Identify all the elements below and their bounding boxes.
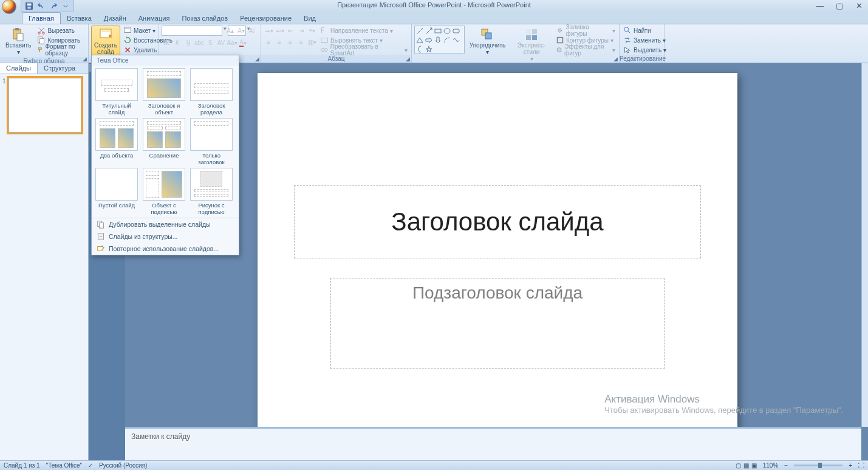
- layout-picture-caption[interactable]: Рисунок с подписью: [189, 168, 234, 215]
- maximize-button[interactable]: ▢: [833, 0, 846, 11]
- vertical-scrollbar[interactable]: [861, 63, 868, 427]
- increase-indent-button[interactable]: ⇥: [296, 26, 306, 35]
- bullets-button[interactable]: ≔▾: [264, 26, 273, 35]
- paragraph-dialog-launcher[interactable]: ◢: [406, 56, 410, 62]
- slide-canvas[interactable]: Заголовок слайда Подзаголовок слайда: [258, 73, 737, 427]
- layout-title-slide[interactable]: Титульный слайд: [94, 68, 139, 116]
- cut-button[interactable]: Вырезать: [36, 26, 86, 35]
- bold-button[interactable]: Ж: [162, 38, 171, 47]
- text-direction-button[interactable]: Направление текста ▾: [319, 26, 409, 35]
- columns-button[interactable]: ▥▾: [307, 37, 317, 47]
- reset-icon: [123, 36, 132, 44]
- shape-rect-icon: [434, 27, 442, 35]
- layout-blank[interactable]: Пустой слайд: [94, 168, 139, 215]
- quick-styles-button[interactable]: Экспресс-стили▾: [510, 26, 553, 64]
- svg-rect-9: [40, 38, 44, 44]
- tab-home[interactable]: Главная: [22, 12, 61, 24]
- svg-point-19: [444, 29, 450, 33]
- grow-font-button[interactable]: A▴: [225, 26, 235, 35]
- line-spacing-button[interactable]: ≡▾: [307, 26, 317, 35]
- fit-window-button[interactable]: ⛶: [858, 462, 864, 469]
- tab-view[interactable]: Вид: [298, 13, 322, 24]
- align-center-button[interactable]: ≡: [275, 37, 284, 47]
- svg-rect-14: [125, 28, 131, 29]
- slides-from-outline-cmd[interactable]: Слайды из структуры...: [92, 230, 239, 243]
- svg-point-29: [624, 27, 629, 32]
- font-name-combo[interactable]: [162, 26, 222, 36]
- view-buttons: ▢ ▦ ▣: [736, 462, 757, 469]
- shape-effects-button[interactable]: Эффекты для фигур ▾: [555, 45, 617, 55]
- reuse-slides-cmd[interactable]: Повторное использование слайдов...: [92, 243, 239, 255]
- shape-right-arrow-icon: [425, 36, 432, 44]
- status-language[interactable]: Русский (Россия): [99, 462, 147, 469]
- qat-dropdown-icon[interactable]: [61, 2, 70, 10]
- align-left-button[interactable]: ≡: [264, 37, 273, 47]
- clear-format-button[interactable]: Aͨ: [247, 26, 257, 35]
- undo-icon[interactable]: [37, 2, 46, 10]
- layout-content-caption[interactable]: Объект с подписью: [142, 168, 186, 215]
- layout-section-header[interactable]: Заголовок раздела: [189, 68, 234, 116]
- italic-button[interactable]: К: [173, 38, 182, 47]
- convert-smartart-button[interactable]: Преобразовать в SmartArt ▾: [319, 45, 409, 55]
- zoom-level[interactable]: 110%: [763, 462, 779, 469]
- svg-rect-31: [99, 223, 103, 228]
- font-dialog-launcher[interactable]: ◢: [255, 56, 259, 62]
- shape-fill-button[interactable]: Заливка фигуры ▾: [555, 26, 617, 35]
- status-theme: "Тема Office": [46, 462, 82, 469]
- shape-brace-icon: [416, 46, 423, 53]
- slideshow-view-button[interactable]: ▣: [751, 462, 757, 469]
- shapes-gallery[interactable]: [414, 26, 465, 54]
- drawing-dialog-launcher[interactable]: ◢: [613, 56, 618, 62]
- slide-thumbnail-1[interactable]: [9, 78, 81, 133]
- close-button[interactable]: ✕: [852, 0, 866, 11]
- tab-animation[interactable]: Анимация: [132, 13, 176, 24]
- normal-view-button[interactable]: ▢: [736, 462, 741, 469]
- layout-two-content[interactable]: Два объекта: [94, 118, 139, 165]
- arrange-button[interactable]: Упорядочить▾: [466, 26, 509, 57]
- sorter-view-button[interactable]: ▦: [743, 462, 749, 469]
- tab-insert[interactable]: Вставка: [61, 13, 98, 24]
- notes-pane[interactable]: Заметки к слайду: [125, 427, 861, 460]
- zoom-in-button[interactable]: +: [849, 462, 852, 469]
- tab-slideshow[interactable]: Показ слайдов: [176, 13, 234, 24]
- tab-review[interactable]: Рецензирование: [234, 13, 298, 24]
- office-button[interactable]: [2, 0, 16, 14]
- zoom-out-button[interactable]: −: [784, 462, 788, 469]
- layout-title-only[interactable]: Только заголовок: [189, 118, 234, 165]
- strikethrough-button[interactable]: abc: [194, 38, 204, 47]
- title-placeholder[interactable]: Заголовок слайда: [294, 185, 701, 258]
- spellcheck-icon[interactable]: ✓: [88, 462, 93, 469]
- decrease-indent-button[interactable]: ⇤: [285, 26, 295, 35]
- find-icon: [623, 26, 632, 35]
- save-icon[interactable]: [25, 2, 33, 10]
- font-color-button[interactable]: A▾: [238, 38, 248, 47]
- select-button[interactable]: Выделить ▾: [622, 45, 668, 55]
- justify-button[interactable]: ≡: [296, 37, 306, 47]
- tab-outline[interactable]: Структура: [38, 63, 81, 74]
- minimize-button[interactable]: ―: [813, 0, 827, 11]
- find-button[interactable]: Найти: [622, 26, 668, 35]
- numbering-button[interactable]: ≕▾: [275, 26, 284, 35]
- subtitle-placeholder[interactable]: Подзаголовок слайда: [330, 278, 665, 369]
- layout-comparison[interactable]: Сравнение: [142, 118, 186, 165]
- layout-icon: [123, 26, 132, 35]
- layout-title-content[interactable]: Заголовок и объект: [142, 68, 186, 116]
- thumb-number: 1: [2, 78, 6, 133]
- shape-down-arrow-icon: [434, 36, 442, 44]
- tab-slides-thumbnails[interactable]: Слайды: [0, 63, 38, 74]
- clipboard-dialog-launcher[interactable]: ◢: [83, 56, 87, 62]
- char-spacing-button[interactable]: AV: [216, 38, 226, 47]
- paste-button[interactable]: Вставить▾: [2, 26, 34, 57]
- redo-icon[interactable]: [49, 2, 58, 10]
- format-painter-button[interactable]: Формат по образцу: [36, 45, 86, 55]
- align-right-button[interactable]: ≡: [285, 37, 295, 47]
- replace-button[interactable]: Заменить ▾: [622, 35, 668, 45]
- windows-activation-watermark: Активация Windows Чтобы активировать Win…: [604, 393, 843, 415]
- tab-design[interactable]: Дизайн: [98, 13, 132, 24]
- shrink-font-button[interactable]: A▾: [236, 26, 246, 35]
- change-case-button[interactable]: Aa▾: [227, 38, 237, 47]
- duplicate-slides-cmd[interactable]: Дублировать выделенные слайды: [92, 218, 239, 230]
- zoom-slider[interactable]: [794, 465, 842, 466]
- underline-button[interactable]: Ч: [183, 38, 193, 47]
- shadow-button[interactable]: S: [205, 38, 215, 47]
